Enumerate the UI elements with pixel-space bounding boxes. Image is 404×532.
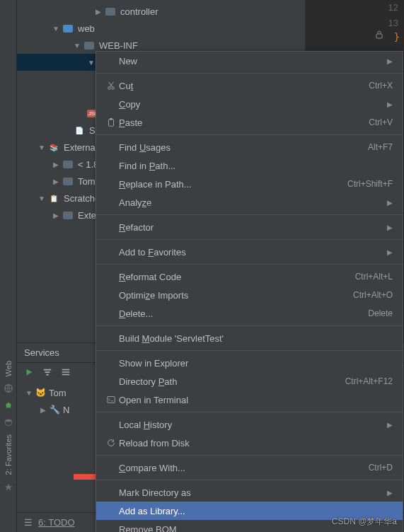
collapse-icon[interactable] (25, 389, 33, 397)
menu-item-label: Copy (119, 99, 386, 110)
menu-item-label: Replace in Path... (119, 179, 347, 190)
menu-item-open-in-terminal[interactable]: Open in Terminal (96, 391, 403, 409)
paste-icon (103, 117, 119, 127)
collapse-icon[interactable] (38, 144, 45, 151)
menu-item-delete[interactable]: Delete...Delete (96, 304, 403, 323)
menu-item-optimize-imports[interactable]: Optimize ImportsCtrl+Alt+O (96, 286, 403, 304)
menu-item-label: Optimize Imports (119, 290, 353, 301)
expand-all-icon[interactable] (61, 367, 71, 377)
svg-point-4 (108, 87, 111, 90)
menu-item-label: Mark Directory as (119, 487, 386, 498)
menu-item-copy[interactable]: Copy▶ (96, 95, 403, 113)
expand-icon[interactable] (52, 212, 59, 219)
expand-icon[interactable] (52, 161, 59, 168)
menu-item-build-module-servlettest[interactable]: Build Module 'ServletTest' (96, 329, 403, 347)
menu-item-directory-path[interactable]: Directory PathCtrl+Alt+F12 (96, 372, 403, 391)
tree-node-label[interactable]: controller (120, 6, 158, 17)
menu-item-show-in-explorer[interactable]: Show in Explorer (96, 354, 403, 372)
menu-separator (96, 264, 403, 265)
menu-separator (96, 455, 403, 456)
menu-item-label: Find in Path... (119, 161, 393, 171)
menu-item-reformat-code[interactable]: Reformat CodeCtrl+Alt+L (96, 267, 403, 286)
todo-tab[interactable]: 6: TODO (38, 517, 75, 528)
expand-icon[interactable] (52, 178, 59, 185)
menu-item-compare-with[interactable]: Compare With...Ctrl+D (96, 458, 403, 477)
menu-item-label: Refactor (119, 222, 386, 233)
web-tool-label[interactable]: Web (4, 361, 13, 376)
menu-item-label: Reformat Code (119, 272, 355, 282)
tree-node-label[interactable]: WEB-INF (99, 40, 138, 51)
tree-node-label[interactable]: Scratche (64, 193, 100, 204)
service-node-label[interactable]: N (63, 405, 69, 415)
terminal-icon (103, 395, 119, 405)
menu-item-reload-from-disk[interactable]: Reload from Disk (96, 434, 403, 452)
menu-item-label: Delete... (119, 308, 368, 319)
menu-item-label: Local History (119, 420, 386, 430)
globe-icon[interactable] (4, 383, 13, 393)
lock-icon (374, 30, 384, 40)
context-menu[interactable]: New▶CutCtrl+XCopy▶PasteCtrl+VFind Usages… (96, 51, 403, 532)
menu-item-new[interactable]: New▶ (96, 52, 403, 70)
menu-item-label: Paste (119, 117, 369, 128)
collapse-icon[interactable] (74, 42, 81, 50)
tomcat-icon: 🐱 (35, 388, 46, 398)
menu-item-label: Find Usages (119, 142, 368, 153)
service-node-label[interactable]: Tom (49, 388, 67, 398)
todo-icon[interactable]: ☰ (24, 517, 33, 528)
collapse-icon[interactable] (88, 59, 95, 66)
menu-item-mark-directory-as[interactable]: Mark Directory as▶ (96, 483, 403, 502)
menu-shortcut: Ctrl+Alt+F12 (345, 376, 393, 386)
menu-separator (96, 134, 403, 135)
menu-item-refactor[interactable]: Refactor▶ (96, 218, 403, 236)
menu-item-label: Cut (119, 81, 369, 91)
class-icon: 📄 (74, 125, 85, 136)
svg-rect-3 (376, 34, 382, 38)
menu-shortcut: Ctrl+Alt+O (353, 290, 393, 300)
code-brace: } (394, 31, 400, 42)
menu-item-local-history[interactable]: Local History▶ (96, 415, 403, 434)
collapse-icon[interactable] (38, 195, 45, 202)
wrench-icon: 🔧 (50, 405, 60, 415)
expand-icon[interactable] (95, 8, 102, 16)
svg-point-1 (6, 403, 11, 408)
menu-item-label: Open in Terminal (119, 395, 393, 405)
menu-item-add-to-favorites[interactable]: Add to Favorites▶ (96, 243, 403, 261)
menu-item-label: Directory Path (119, 376, 345, 387)
submenu-arrow-icon: ▶ (386, 224, 393, 231)
favorites-tool-label[interactable]: 2: Favorites (4, 434, 13, 475)
menu-item-find-usages[interactable]: Find UsagesAlt+F7 (96, 138, 403, 156)
menu-separator (96, 480, 403, 480)
menu-shortcut: Ctrl+X (369, 81, 393, 91)
collapse-icon[interactable] (52, 25, 59, 33)
scratch-icon: 📋 (48, 192, 59, 204)
filter-icon[interactable] (42, 367, 52, 377)
menu-item-analyze[interactable]: Analyze▶ (96, 193, 403, 212)
tree-node-label[interactable]: External (64, 142, 98, 153)
svg-point-2 (5, 420, 11, 422)
menu-separator (96, 412, 403, 412)
library-icon: 📚 (48, 141, 59, 153)
tree-node-label[interactable]: web (78, 23, 95, 34)
expand-icon[interactable] (40, 406, 47, 414)
menu-item-paste[interactable]: PasteCtrl+V (96, 113, 403, 132)
run-icon[interactable] (24, 367, 34, 377)
submenu-arrow-icon: ▶ (386, 100, 393, 108)
menu-item-label: Compare With... (119, 463, 369, 473)
menu-item-label: New (119, 56, 386, 66)
svg-rect-7 (110, 118, 112, 120)
star-icon[interactable] (4, 482, 13, 492)
folder-icon (105, 6, 116, 17)
menu-shortcut: Ctrl+Alt+L (355, 272, 393, 282)
menu-shortcut: Ctrl+Shift+F (347, 179, 393, 189)
menu-shortcut: Ctrl+D (369, 463, 393, 473)
folder-icon (62, 209, 74, 221)
menu-item-cut[interactable]: CutCtrl+X (96, 76, 403, 95)
reload-icon (103, 438, 119, 448)
bug-icon[interactable] (4, 400, 13, 410)
menu-item-label: Analyze (119, 197, 386, 208)
submenu-arrow-icon: ▶ (386, 199, 393, 207)
db-icon[interactable] (4, 417, 13, 427)
menu-item-find-in-path[interactable]: Find in Path... (96, 156, 403, 175)
menu-separator (96, 325, 403, 326)
menu-item-replace-in-path[interactable]: Replace in Path...Ctrl+Shift+F (96, 175, 403, 193)
